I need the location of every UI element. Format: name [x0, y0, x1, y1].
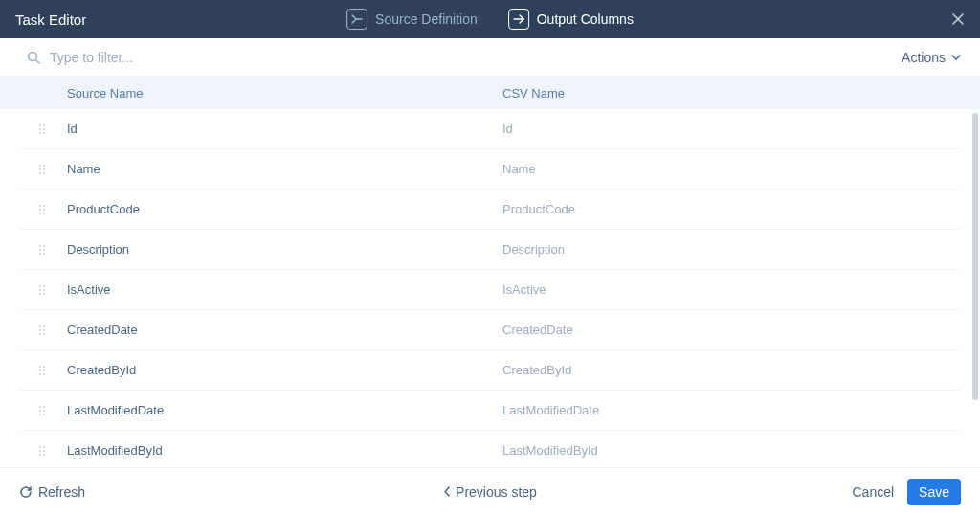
cell-source: LastModifiedDate — [67, 403, 502, 417]
cell-source: CreatedDate — [67, 323, 502, 337]
save-button[interactable]: Save — [907, 479, 961, 505]
tab-output-columns[interactable]: Output Columns — [508, 9, 634, 30]
svg-point-52 — [43, 450, 45, 452]
svg-point-17 — [39, 213, 41, 214]
svg-point-49 — [39, 446, 41, 448]
refresh-icon — [19, 485, 33, 499]
header-title: Task Editor — [15, 11, 86, 28]
tab-source-definition[interactable]: Source Definition — [346, 9, 478, 30]
svg-point-53 — [39, 454, 41, 456]
drag-handle-icon[interactable] — [38, 164, 67, 175]
svg-point-23 — [39, 253, 41, 255]
search-icon — [27, 51, 40, 64]
svg-point-37 — [39, 366, 41, 368]
filter-wrap — [27, 50, 337, 65]
cell-source: LastModifiedById — [67, 443, 502, 458]
tab-label: Source Definition — [375, 11, 478, 27]
svg-point-32 — [43, 325, 45, 327]
tab-label: Output Columns — [537, 11, 634, 27]
footer: Refresh Previous step Cancel Save — [0, 467, 980, 515]
svg-point-15 — [39, 209, 41, 211]
table-row[interactable]: DescriptionDescription — [19, 230, 961, 270]
table-row[interactable]: ProductCodeProductCode — [19, 190, 961, 230]
svg-point-35 — [39, 333, 41, 335]
drag-handle-icon[interactable] — [38, 445, 67, 457]
refresh-label: Refresh — [38, 484, 85, 500]
drag-handle-icon[interactable] — [38, 405, 67, 416]
svg-point-42 — [43, 373, 45, 375]
header-bar: Task Editor Source Definition Output Col… — [0, 0, 980, 38]
svg-point-30 — [43, 293, 45, 295]
cell-csv: Description — [502, 242, 565, 257]
svg-point-26 — [43, 285, 45, 287]
table-row[interactable]: IsActiveIsActive — [19, 270, 961, 310]
svg-point-29 — [39, 293, 41, 295]
chevron-down-icon — [951, 55, 961, 60]
previous-step-button[interactable]: Previous step — [443, 484, 537, 500]
svg-point-44 — [43, 406, 45, 408]
refresh-button[interactable]: Refresh — [19, 484, 85, 500]
table-body: IdIdNameNameProductCodeProductCodeDescri… — [0, 109, 980, 467]
scrollbar-thumb[interactable] — [972, 113, 978, 400]
table-row[interactable]: IdId — [19, 109, 961, 149]
close-icon[interactable] — [951, 12, 965, 26]
svg-point-14 — [43, 205, 45, 207]
svg-point-47 — [39, 414, 41, 415]
svg-point-50 — [43, 446, 45, 448]
svg-point-3 — [39, 128, 41, 130]
svg-point-1 — [39, 124, 41, 126]
svg-point-11 — [39, 172, 41, 174]
filter-input[interactable] — [50, 50, 337, 65]
svg-point-51 — [39, 450, 41, 452]
source-definition-icon — [346, 9, 368, 30]
svg-point-12 — [43, 172, 45, 174]
drag-handle-icon[interactable] — [38, 123, 67, 135]
cell-csv: CreatedDate — [502, 323, 573, 337]
svg-point-5 — [39, 132, 41, 134]
svg-point-48 — [43, 414, 45, 415]
actions-label: Actions — [902, 50, 946, 65]
chevron-left-icon — [443, 486, 450, 497]
cell-source: Name — [67, 162, 502, 176]
table-row[interactable]: CreatedByIdCreatedById — [19, 350, 961, 391]
drag-handle-icon[interactable] — [38, 365, 67, 376]
cell-source: CreatedById — [67, 363, 502, 377]
cell-csv: Name — [502, 162, 536, 176]
svg-point-18 — [43, 213, 45, 214]
svg-point-10 — [43, 168, 45, 170]
table-header: Source Name CSV Name — [0, 77, 980, 109]
svg-point-4 — [43, 128, 45, 130]
svg-point-46 — [43, 410, 45, 412]
actions-dropdown[interactable]: Actions — [902, 50, 961, 65]
svg-point-38 — [43, 366, 45, 368]
svg-point-39 — [39, 369, 41, 371]
table-row[interactable]: LastModifiedByIdLastModifiedById — [19, 431, 961, 467]
svg-point-34 — [43, 329, 45, 331]
cell-csv: LastModifiedById — [502, 443, 598, 458]
toolbar: Actions — [0, 38, 980, 77]
svg-point-33 — [39, 329, 41, 331]
drag-handle-icon[interactable] — [38, 204, 67, 215]
table-row[interactable]: NameName — [19, 149, 961, 190]
svg-point-21 — [39, 249, 41, 251]
svg-point-27 — [39, 289, 41, 291]
svg-point-8 — [43, 165, 45, 167]
svg-point-7 — [39, 165, 41, 167]
svg-point-19 — [39, 245, 41, 247]
table-row[interactable]: LastModifiedDateLastModifiedDate — [19, 391, 961, 431]
cancel-button[interactable]: Cancel — [852, 484, 894, 500]
table-row[interactable]: CreatedDateCreatedDate — [19, 310, 961, 350]
cell-csv: ProductCode — [502, 202, 575, 216]
drag-handle-icon[interactable] — [38, 284, 67, 296]
svg-point-0 — [29, 52, 37, 60]
svg-point-2 — [43, 124, 45, 126]
svg-point-9 — [39, 168, 41, 170]
output-columns-icon — [508, 9, 529, 30]
drag-handle-icon[interactable] — [38, 325, 67, 336]
svg-point-6 — [43, 132, 45, 134]
drag-handle-icon[interactable] — [38, 244, 67, 256]
cell-csv: IsActive — [502, 282, 546, 297]
header-tabs: Source Definition Output Columns — [346, 9, 634, 30]
svg-point-41 — [39, 373, 41, 375]
svg-point-43 — [39, 406, 41, 408]
